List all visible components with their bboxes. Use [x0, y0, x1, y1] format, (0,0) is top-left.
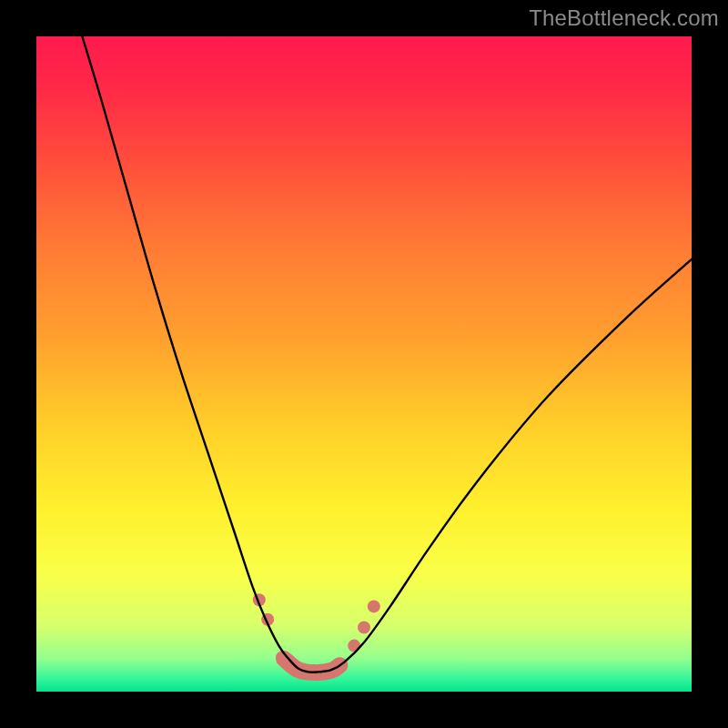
background-gradient — [36, 36, 692, 692]
chart-canvas: TheBottleneck.com — [0, 0, 728, 728]
watermark-label: TheBottleneck.com — [529, 5, 719, 31]
plot-area — [36, 36, 692, 692]
svg-rect-0 — [36, 36, 692, 692]
